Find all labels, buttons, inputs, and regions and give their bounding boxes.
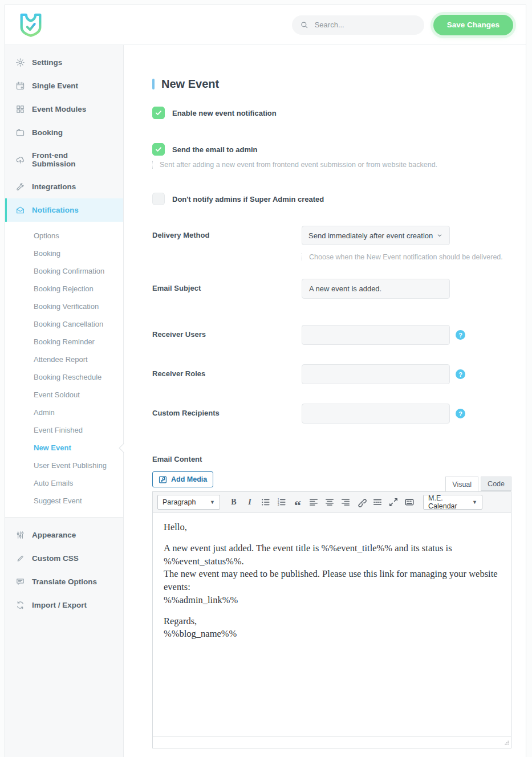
- submenu-item-event-finished[interactable]: Event Finished: [5, 421, 123, 439]
- submenu-item-admin[interactable]: Admin: [5, 404, 123, 421]
- submenu-item-options[interactable]: Options: [5, 227, 123, 245]
- checkbox-section: Enable new event notificationSend the em…: [152, 107, 511, 205]
- receiver-roles-input[interactable]: [302, 364, 450, 384]
- field-label: Custom Recipients: [152, 404, 302, 424]
- main-content: New Event Enable new event notificationS…: [124, 45, 526, 757]
- media-icon: [159, 475, 167, 484]
- item-label: Notifications: [32, 206, 79, 214]
- search-input[interactable]: [314, 20, 416, 30]
- align-right-icon[interactable]: [338, 495, 353, 509]
- submenu-item-suggest-event[interactable]: Suggest Event: [5, 492, 123, 510]
- sidebar-item-appearance[interactable]: Appearance: [5, 523, 123, 547]
- field-row-custom-recipients: Custom Recipients ?: [152, 404, 511, 424]
- submenu-item-booking-verification[interactable]: Booking Verification: [5, 298, 123, 315]
- sidebar-item-settings[interactable]: Settings: [5, 51, 123, 74]
- paragraph-format-select[interactable]: Paragraph ▼: [157, 495, 220, 510]
- field-label: Delivery Method: [152, 226, 302, 261]
- item-label: Appearance: [32, 531, 76, 539]
- submenu-item-user-event-publishing[interactable]: User Event Publishing: [5, 457, 123, 474]
- item-label: Settings: [32, 58, 62, 67]
- tab-code[interactable]: Code: [481, 477, 511, 491]
- sidebar-notifications-submenu: OptionsBookingBooking ConfirmationBookin…: [5, 222, 123, 518]
- sidebar-item-booking[interactable]: Booking: [5, 121, 123, 144]
- item-label: Booking: [34, 249, 60, 258]
- sidebar-item-notifications[interactable]: Notifications: [5, 198, 123, 222]
- submenu-item-booking[interactable]: Booking: [5, 245, 123, 262]
- submenu-item-event-soldout[interactable]: Event Soldout: [5, 386, 123, 404]
- field-label: Email Subject: [152, 279, 302, 299]
- help-icon[interactable]: ?: [456, 369, 465, 379]
- submenu-item-auto-emails[interactable]: Auto Emails: [5, 474, 123, 492]
- tab-visual[interactable]: Visual: [445, 477, 478, 491]
- bulleted-list-icon[interactable]: [258, 495, 273, 509]
- editor-content[interactable]: Hello,A new event just added. The event …: [153, 513, 511, 736]
- editor-tabs: Visual Code: [445, 477, 511, 491]
- item-label: Auto Emails: [34, 479, 73, 487]
- submenu-item-new-event[interactable]: New Event: [5, 439, 123, 457]
- sidebar-top-group: SettingsSingle EventEvent ModulesBooking…: [5, 45, 123, 222]
- page-title: New Event: [161, 78, 219, 91]
- align-center-icon[interactable]: [322, 495, 337, 509]
- help-icon[interactable]: ?: [456, 330, 465, 340]
- email-subject-input[interactable]: [302, 279, 450, 299]
- bold-icon[interactable]: B: [226, 495, 241, 509]
- item-label: Single Event: [32, 82, 78, 90]
- field-row-receiver-users: Receiver Users ?: [152, 325, 511, 345]
- submenu-item-booking-rejection[interactable]: Booking Rejection: [5, 280, 123, 298]
- save-changes-button[interactable]: Save Changes: [433, 15, 513, 35]
- email-content-section: Email Content Add Media: [152, 455, 511, 748]
- help-icon[interactable]: ?: [456, 409, 465, 418]
- resize-grip[interactable]: [502, 739, 510, 747]
- mec-shortcodes-select[interactable]: M.E. Calendar ▼: [423, 495, 482, 510]
- checkbox[interactable]: [152, 107, 165, 119]
- item-label: Custom CSS: [32, 554, 79, 563]
- toolbar-toggle-icon[interactable]: [402, 495, 417, 509]
- pencil-icon: [15, 553, 25, 563]
- submenu-item-booking-reschedule[interactable]: Booking Reschedule: [5, 368, 123, 386]
- checkbox-group: Enable new event notification: [152, 107, 511, 119]
- submenu-item-attendee-report[interactable]: Attendee Report: [5, 351, 123, 368]
- checkbox[interactable]: [152, 143, 165, 156]
- sidebar-item-integrations[interactable]: Integrations: [5, 175, 123, 198]
- align-left-icon[interactable]: [306, 495, 321, 509]
- email-body-paragraph: A new event just added. The event title …: [164, 542, 500, 607]
- chevron-down-icon: ▼: [472, 499, 477, 505]
- gear-icon: [15, 58, 25, 67]
- custom-recipients-input[interactable]: [302, 404, 450, 424]
- checkbox-label: Enable new event notification: [172, 109, 277, 117]
- sidebar-item-custom-css[interactable]: Custom CSS: [5, 547, 123, 570]
- fullscreen-icon[interactable]: [386, 495, 401, 509]
- sidebar-item-translate-options[interactable]: Translate Options: [5, 570, 123, 593]
- field-label: Receiver Users: [152, 325, 302, 345]
- sidebar-item-import-export[interactable]: Import / Export: [5, 593, 123, 617]
- numbered-list-icon[interactable]: 123: [274, 495, 289, 509]
- search-box[interactable]: [292, 15, 424, 35]
- submenu-item-booking-confirmation[interactable]: Booking Confirmation: [5, 262, 123, 280]
- sidebar-item-single-event[interactable]: Single Event: [5, 74, 123, 97]
- item-label: Front-end Submission: [32, 151, 113, 168]
- italic-icon[interactable]: I: [242, 495, 257, 509]
- wallet-icon: [15, 128, 25, 137]
- checkbox-hint: Sent after adding a new event from front…: [152, 161, 511, 169]
- item-label: Import / Export: [32, 601, 87, 609]
- submenu-item-booking-reminder[interactable]: Booking Reminder: [5, 333, 123, 351]
- add-media-label: Add Media: [171, 475, 207, 483]
- chevron-down-icon: [436, 232, 443, 239]
- item-label: User Event Publishing: [34, 461, 107, 470]
- link-icon[interactable]: [354, 495, 369, 509]
- grid-icon: [15, 104, 25, 114]
- add-media-button[interactable]: Add Media: [152, 471, 213, 487]
- submenu-item-booking-cancellation[interactable]: Booking Cancellation: [5, 315, 123, 333]
- email-body-paragraph: Regards, %%blog_name%%: [164, 615, 500, 641]
- app-header: Save Changes: [5, 5, 526, 45]
- delivery-method-select[interactable]: Send immediately after event creation: [302, 226, 450, 245]
- receiver-users-input[interactable]: [302, 325, 450, 345]
- item-label: Booking Verification: [34, 302, 99, 311]
- read-more-icon[interactable]: [370, 495, 385, 509]
- checkbox[interactable]: [152, 193, 165, 205]
- item-label: Booking Confirmation: [34, 267, 104, 275]
- blockquote-icon[interactable]: “: [290, 495, 305, 509]
- sidebar-item-front-end-submission[interactable]: Front-end Submission: [5, 144, 123, 175]
- sidebar-item-event-modules[interactable]: Event Modules: [5, 97, 123, 121]
- sync-icon: [15, 600, 25, 610]
